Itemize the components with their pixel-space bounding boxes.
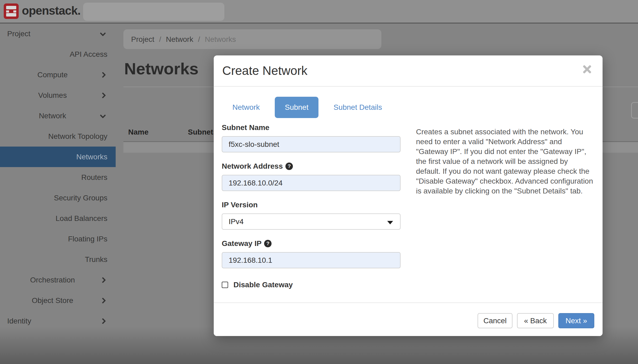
breadcrumb-networks-current: Networks bbox=[205, 35, 236, 43]
sidebar-item-load-balancers[interactable]: Load Balancers bbox=[0, 208, 116, 229]
tab-subnet[interactable]: Subnet bbox=[275, 97, 319, 118]
top-navbar: openstack. bbox=[0, 0, 638, 23]
gateway-ip-input[interactable] bbox=[222, 252, 401, 268]
sidebar-item-object-store[interactable]: Object Store bbox=[0, 290, 116, 311]
network-address-label: Network Address ? bbox=[222, 162, 402, 171]
sidebar-item-label: Volumes bbox=[0, 91, 105, 100]
sidebar-item-floating-ips[interactable]: Floating IPs bbox=[0, 229, 116, 249]
table-header-name: Name bbox=[128, 128, 148, 136]
modal-title: Create Network bbox=[222, 63, 308, 78]
sidebar-item-network-topology[interactable]: Network Topology bbox=[0, 126, 116, 147]
create-network-modal: Create Network Network Subnet Subnet Det… bbox=[214, 55, 603, 336]
modal-footer: Cancel « Back Next » bbox=[214, 302, 603, 336]
sidebar-nav: Project API Access Compute Volumes Netwo… bbox=[0, 23, 116, 364]
sidebar-item-volumes[interactable]: Volumes bbox=[0, 85, 116, 106]
subnet-name-input[interactable] bbox=[222, 136, 401, 152]
breadcrumb-separator: / bbox=[198, 35, 200, 43]
topbar-highlight-region bbox=[83, 3, 224, 21]
openstack-logo-icon[interactable] bbox=[4, 3, 19, 19]
sidebar-item-label: Networks bbox=[76, 153, 116, 161]
help-icon[interactable]: ? bbox=[285, 163, 293, 170]
sidebar-item-label: Floating IPs bbox=[68, 235, 116, 243]
table-header-subnets: Subnets bbox=[188, 128, 217, 136]
tab-subnet-details[interactable]: Subnet Details bbox=[323, 103, 392, 112]
page-title: Networks bbox=[124, 59, 199, 78]
subnet-name-label: Subnet Name bbox=[222, 123, 402, 132]
tab-network[interactable]: Network bbox=[222, 103, 270, 112]
cancel-button[interactable]: Cancel bbox=[478, 313, 512, 328]
disable-gateway-row: Disable Gateway bbox=[222, 281, 402, 289]
sidebar-item-label: Trunks bbox=[85, 255, 116, 264]
select-caret-icon bbox=[387, 221, 393, 224]
breadcrumb-project[interactable]: Project bbox=[131, 35, 154, 43]
subnet-help-text: Creates a subnet associated with the net… bbox=[416, 127, 593, 196]
sidebar-item-label: Network bbox=[0, 112, 105, 120]
network-address-input[interactable] bbox=[222, 175, 401, 191]
cropped-button-edge[interactable] bbox=[631, 102, 638, 119]
openstack-logo-text: openstack. bbox=[22, 4, 80, 17]
breadcrumb-separator: / bbox=[159, 35, 161, 43]
chevron-right-icon bbox=[100, 318, 106, 324]
sidebar-item-project[interactable]: Project bbox=[0, 23, 116, 44]
help-icon[interactable]: ? bbox=[264, 240, 272, 247]
gateway-ip-label: Gateway IP ? bbox=[222, 239, 402, 248]
sidebar-item-label: Project bbox=[0, 30, 30, 38]
sidebar-item-trunks[interactable]: Trunks bbox=[0, 249, 116, 270]
sidebar-item-label: Routers bbox=[81, 173, 116, 182]
sidebar-item-network[interactable]: Network bbox=[0, 106, 116, 126]
ip-version-select[interactable]: IPv4 bbox=[222, 213, 401, 230]
sidebar-item-label: Identity bbox=[0, 317, 31, 325]
wizard-tabs: Network Subnet Subnet Details bbox=[222, 97, 392, 118]
sidebar-item-label: API Access bbox=[70, 50, 116, 59]
sidebar-item-api-access[interactable]: API Access bbox=[0, 44, 116, 64]
sidebar-item-label: Network Topology bbox=[48, 132, 116, 141]
sidebar-item-security-groups[interactable]: Security Groups bbox=[0, 188, 116, 208]
back-button[interactable]: « Back bbox=[517, 313, 554, 328]
sidebar-item-label: Orchestration bbox=[0, 276, 105, 284]
next-button[interactable]: Next » bbox=[558, 313, 594, 328]
subnet-form: Subnet Name Network Address ? IP Version… bbox=[222, 123, 402, 289]
breadcrumb: Project / Network / Networks bbox=[131, 35, 236, 44]
chevron-down-icon bbox=[100, 30, 106, 37]
sidebar-item-networks[interactable]: Networks bbox=[0, 147, 116, 167]
disable-gateway-checkbox[interactable] bbox=[222, 282, 228, 288]
screen: openstack. Project API Access Compute Vo… bbox=[0, 0, 638, 364]
sidebar-item-label: Compute bbox=[0, 71, 105, 79]
sidebar-item-label: Security Groups bbox=[54, 194, 116, 202]
sidebar-item-label: Object Store bbox=[0, 296, 105, 305]
sidebar-item-orchestration[interactable]: Orchestration bbox=[0, 270, 116, 290]
sidebar-item-compute[interactable]: Compute bbox=[0, 64, 116, 85]
disable-gateway-label: Disable Gateway bbox=[233, 281, 293, 289]
breadcrumb-network[interactable]: Network bbox=[166, 35, 193, 43]
sidebar-item-label: Load Balancers bbox=[55, 214, 116, 223]
close-icon[interactable] bbox=[582, 64, 592, 74]
sidebar-item-routers[interactable]: Routers bbox=[0, 167, 116, 188]
modal-header: Create Network bbox=[214, 55, 603, 87]
ip-version-label: IP Version bbox=[222, 201, 402, 209]
